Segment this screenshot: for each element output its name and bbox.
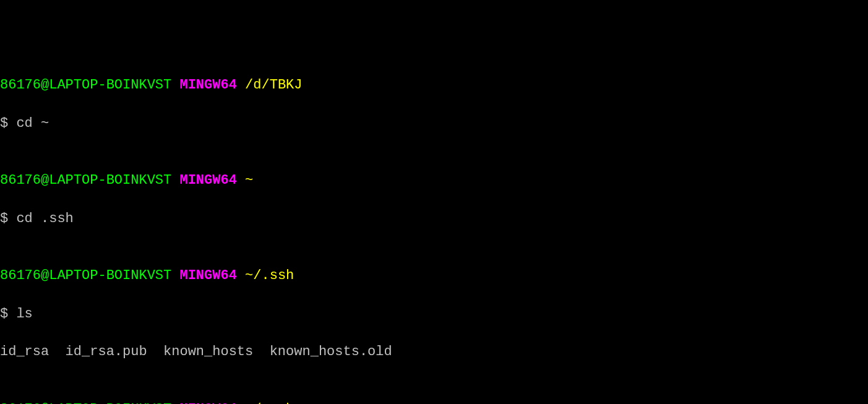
- user-host-prompt: 86176@LAPTOP-BOINKVST: [0, 77, 171, 93]
- prompt-symbol: $: [0, 211, 8, 226]
- cwd-path: /d/TBKJ: [245, 77, 302, 93]
- user-host-prompt: 86176@LAPTOP-BOINKVST: [0, 268, 171, 283]
- env-label: MINGW64: [179, 268, 236, 283]
- env-label: MINGW64: [179, 77, 236, 93]
- prompt-symbol: $: [0, 306, 8, 322]
- cwd-path: ~: [245, 173, 253, 188]
- cwd-path: ~/.ssh: [245, 268, 294, 283]
- terminal[interactable]: 86176@LAPTOP-BOINKVST MINGW64 /d/TBKJ $ …: [0, 76, 868, 404]
- user-host-prompt: 86176@LAPTOP-BOINKVST: [0, 402, 171, 404]
- command-ls: ls: [16, 306, 32, 322]
- command-cd-ssh: cd .ssh: [16, 211, 73, 226]
- command-cd-home: cd ~: [16, 116, 49, 131]
- ls-output: id_rsa id_rsa.pub known_hosts known_host…: [0, 343, 868, 362]
- env-label: MINGW64: [179, 402, 236, 404]
- env-label: MINGW64: [179, 173, 236, 188]
- cwd-path: ~/.ssh: [245, 402, 294, 404]
- user-host-prompt: 86176@LAPTOP-BOINKVST: [0, 173, 171, 188]
- prompt-symbol: $: [0, 116, 8, 131]
